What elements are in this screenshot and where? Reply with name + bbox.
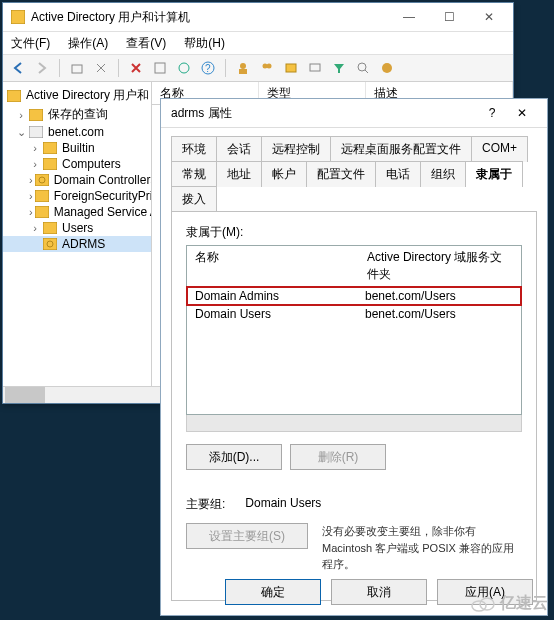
svg-rect-0 xyxy=(11,10,25,24)
tab-session[interactable]: 会话 xyxy=(216,136,262,162)
svg-text:?: ? xyxy=(205,63,211,74)
watermark: 亿速云 xyxy=(470,593,548,614)
tree-node[interactable]: ›Users xyxy=(3,220,151,236)
tab-account[interactable]: 帐户 xyxy=(261,161,307,187)
folder-icon xyxy=(35,206,49,218)
set-primary-button: 设置主要组(S) xyxy=(186,523,308,549)
svg-rect-2 xyxy=(155,63,165,73)
toolbar: ? xyxy=(3,55,513,82)
minimize-button[interactable]: — xyxy=(389,3,429,31)
svg-rect-18 xyxy=(43,142,57,154)
tree-node[interactable]: ›Builtin xyxy=(3,140,151,156)
find-icon[interactable] xyxy=(354,59,372,77)
memberof-list[interactable]: 名称 Active Directory 域服务文件夹 Domain Admins… xyxy=(186,245,522,415)
tab-tel[interactable]: 电话 xyxy=(375,161,421,187)
svg-point-12 xyxy=(358,63,366,71)
cut-icon[interactable] xyxy=(92,59,110,77)
tab-body: 隶属于(M): 名称 Active Directory 域服务文件夹 Domai… xyxy=(171,211,537,601)
svg-rect-24 xyxy=(43,222,57,234)
svg-rect-1 xyxy=(72,65,82,73)
close-button[interactable]: ✕ xyxy=(469,3,509,31)
col-name[interactable]: 名称 xyxy=(187,246,359,286)
primary-value: Domain Users xyxy=(245,496,321,513)
user-icon[interactable] xyxy=(234,59,252,77)
primary-label: 主要组: xyxy=(186,496,225,513)
props-icon[interactable] xyxy=(151,59,169,77)
memberof-label: 隶属于(M): xyxy=(186,224,522,241)
up-icon[interactable] xyxy=(68,59,86,77)
group-icon[interactable] xyxy=(258,59,276,77)
tab-address[interactable]: 地址 xyxy=(216,161,262,187)
ok-button[interactable]: 确定 xyxy=(225,579,321,605)
svg-line-13 xyxy=(365,70,368,73)
tree-node-selected[interactable]: ADRMS xyxy=(3,236,151,252)
svg-point-6 xyxy=(240,63,246,69)
ou-icon xyxy=(35,174,49,186)
svg-rect-16 xyxy=(29,109,43,121)
member-row-highlighted[interactable]: Domain Adminsbenet.com/Users xyxy=(187,287,521,305)
primary-note: 没有必要改变主要组，除非你有 Macintosh 客户端或 POSIX 兼容的应… xyxy=(322,523,522,573)
dialog-help-button[interactable]: ? xyxy=(477,106,507,120)
folder-icon xyxy=(29,109,43,121)
tab-profile[interactable]: 配置文件 xyxy=(306,161,376,187)
cancel-button[interactable]: 取消 xyxy=(331,579,427,605)
tree-node[interactable]: ›Managed Service Accounts xyxy=(3,204,151,220)
computer-icon[interactable] xyxy=(306,59,324,77)
dialog-titlebar: adrms 属性 ? ✕ xyxy=(161,99,547,128)
aduc-title: Active Directory 用户和计算机 xyxy=(29,9,389,26)
svg-rect-20 xyxy=(35,174,49,186)
ou-icon xyxy=(43,238,57,250)
domain-icon xyxy=(29,126,43,138)
cloud-icon xyxy=(470,595,496,613)
svg-rect-11 xyxy=(310,64,320,71)
tree-node[interactable]: ›Computers xyxy=(3,156,151,172)
add-button[interactable]: 添加(D)... xyxy=(186,444,282,470)
tab-rds[interactable]: 远程桌面服务配置文件 xyxy=(330,136,472,162)
menu-action[interactable]: 操作(A) xyxy=(66,33,110,54)
svg-rect-17 xyxy=(29,126,43,138)
member-row[interactable]: Domain Usersbenet.com/Users xyxy=(187,305,521,323)
aduc-titlebar: Active Directory 用户和计算机 — ☐ ✕ xyxy=(3,3,513,32)
help-icon[interactable]: ? xyxy=(199,59,217,77)
svg-point-9 xyxy=(267,64,272,69)
folder-icon xyxy=(43,222,57,234)
tab-env[interactable]: 环境 xyxy=(171,136,217,162)
tab-dialin[interactable]: 拨入 xyxy=(171,186,217,212)
filter-icon[interactable] xyxy=(330,59,348,77)
tree-node[interactable]: ›ForeignSecurityPrincipals xyxy=(3,188,151,204)
tab-row-2: 常规 地址 帐户 配置文件 电话 组织 隶属于 拨入 xyxy=(161,161,547,211)
tree-domain[interactable]: ⌄benet.com xyxy=(3,124,151,140)
menu-help[interactable]: 帮助(H) xyxy=(182,33,227,54)
memberof-header: 名称 Active Directory 域服务文件夹 xyxy=(187,246,521,287)
tab-com[interactable]: COM+ xyxy=(471,136,528,162)
dialog-close-button[interactable]: ✕ xyxy=(507,106,537,120)
svg-rect-7 xyxy=(239,69,247,74)
tab-row-1: 环境 会话 远程控制 远程桌面服务配置文件 COM+ xyxy=(161,128,547,161)
tab-org[interactable]: 组织 xyxy=(420,161,466,187)
svg-rect-19 xyxy=(43,158,57,170)
col-folder[interactable]: Active Directory 域服务文件夹 xyxy=(359,246,521,286)
svg-rect-23 xyxy=(35,206,49,218)
tree-node[interactable]: ›Domain Controllers xyxy=(3,172,151,188)
menu-view[interactable]: 查看(V) xyxy=(124,33,168,54)
svg-rect-22 xyxy=(35,190,49,202)
remove-button: 删除(R) xyxy=(290,444,386,470)
tab-general[interactable]: 常规 xyxy=(171,161,217,187)
tab-memberof[interactable]: 隶属于 xyxy=(465,161,523,187)
list-scrollbar[interactable] xyxy=(186,415,522,432)
settings-icon[interactable] xyxy=(378,59,396,77)
ou-icon[interactable] xyxy=(282,59,300,77)
fwd-icon[interactable] xyxy=(33,59,51,77)
tab-remote[interactable]: 远程控制 xyxy=(261,136,331,162)
maximize-button[interactable]: ☐ xyxy=(429,3,469,31)
app-icon xyxy=(11,10,25,24)
tree-saved[interactable]: ›保存的查询 xyxy=(3,105,151,124)
menu-file[interactable]: 文件(F) xyxy=(9,33,52,54)
delete-icon[interactable] xyxy=(127,59,145,77)
tree-root[interactable]: Active Directory 用户和 xyxy=(3,86,151,105)
refresh-icon[interactable] xyxy=(175,59,193,77)
folder-icon xyxy=(43,142,57,154)
svg-rect-15 xyxy=(7,90,21,102)
svg-point-14 xyxy=(382,63,392,73)
back-icon[interactable] xyxy=(9,59,27,77)
